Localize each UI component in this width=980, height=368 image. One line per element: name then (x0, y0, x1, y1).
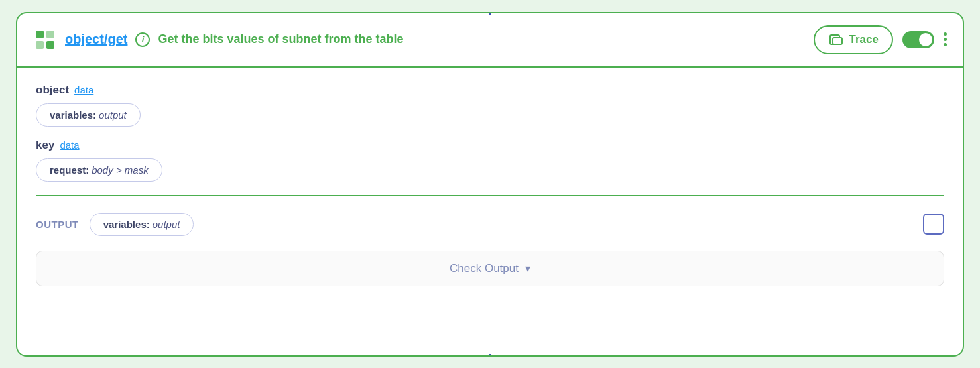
svg-rect-2 (36, 41, 44, 49)
output-row: OUTPUT variables: output (36, 209, 944, 240)
output-chip-key: variables: (103, 219, 150, 230)
header-description: Get the bits values of subnet from the t… (158, 32, 805, 46)
connector-bottom (489, 354, 491, 357)
dot3 (944, 43, 947, 46)
output-chip-value: output (153, 219, 180, 230)
svg-rect-1 (46, 31, 54, 38)
svg-rect-5 (833, 38, 842, 44)
card-header: object/get i Get the bits values of subn… (17, 13, 963, 68)
dot2 (944, 38, 947, 41)
field-key-data-link[interactable]: data (60, 139, 79, 151)
field-key: key data request: body > mask (36, 139, 944, 182)
object-get-icon (33, 28, 57, 52)
output-chip: variables: output (90, 213, 194, 236)
check-output-label: Check Output (450, 262, 519, 275)
field-key-chip-value: body > mask (92, 164, 148, 176)
field-object-chip-key: variables: (50, 109, 96, 121)
field-key-chip: request: body > mask (36, 158, 162, 182)
field-key-chip-key: request: (50, 164, 89, 176)
field-object-chip-value: output (99, 109, 127, 121)
field-object-data-link[interactable]: data (74, 84, 93, 95)
field-key-label: key data (36, 139, 944, 152)
output-checkbox[interactable] (923, 214, 944, 235)
field-object: object data variables: output (36, 84, 944, 127)
svg-rect-3 (46, 41, 54, 49)
header-actions: Trace (814, 25, 947, 54)
trace-icon (828, 32, 844, 48)
svg-rect-0 (36, 31, 44, 38)
output-section-label: OUTPUT (36, 219, 79, 230)
card-body: object data variables: output key data r… (17, 68, 963, 308)
field-object-chip: variables: output (36, 103, 141, 127)
field-object-label: object data (36, 84, 944, 97)
section-divider (36, 195, 944, 196)
toggle-switch[interactable] (902, 31, 934, 48)
chevron-down-icon: ▾ (525, 262, 530, 275)
trace-button[interactable]: Trace (814, 25, 893, 54)
field-key-name: key (36, 139, 54, 152)
main-card: object/get i Get the bits values of subn… (16, 12, 964, 357)
connector-top (489, 12, 491, 15)
dot1 (944, 32, 947, 36)
trace-button-label: Trace (849, 33, 879, 46)
info-icon[interactable]: i (135, 32, 150, 47)
more-menu-button[interactable] (944, 32, 947, 46)
field-object-name: object (36, 84, 69, 97)
check-output-bar[interactable]: Check Output ▾ (36, 251, 944, 286)
header-route-link[interactable]: object/get (65, 32, 127, 47)
